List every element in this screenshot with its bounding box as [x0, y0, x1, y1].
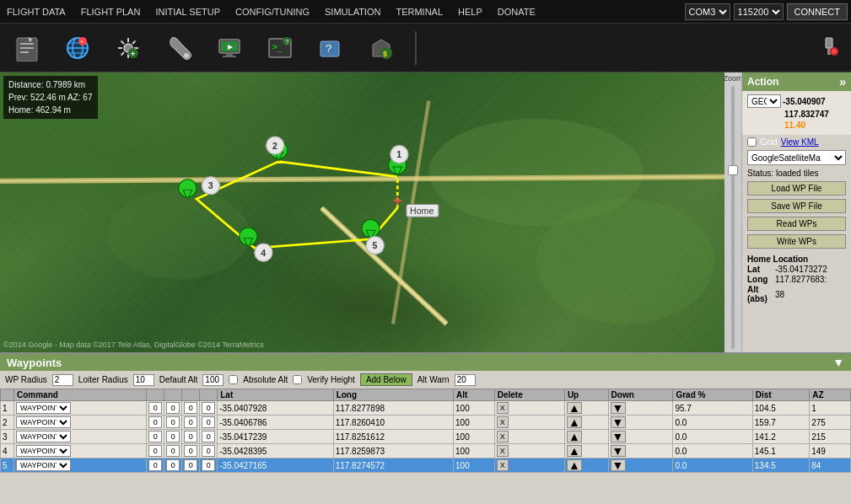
wp-p3-input[interactable] — [184, 402, 197, 414]
wp-command-select[interactable]: WAYPOINT — [16, 445, 71, 457]
wp-p4[interactable] — [200, 401, 218, 416]
wp-command-cell[interactable]: WAYPOINT — [14, 401, 147, 416]
wp-up-button[interactable]: ▲ — [567, 445, 582, 457]
com-port-select[interactable]: COM3 — [685, 3, 730, 20]
wp-up-cell[interactable]: ▲ — [564, 430, 608, 444]
wp-up-cell[interactable]: ▲ — [564, 416, 608, 430]
wp-p3[interactable] — [182, 430, 200, 444]
wp-delete-button[interactable]: X — [497, 431, 509, 442]
flight-plan-button[interactable]: + — [57, 31, 98, 65]
wp-delete-cell[interactable]: X — [494, 444, 564, 458]
wp-delete-button[interactable]: X — [497, 459, 509, 471]
wp-command-select[interactable]: WAYPOINT — [16, 431, 71, 442]
wp-down-button[interactable]: ▼ — [611, 416, 626, 428]
add-below-button[interactable]: Add Below — [360, 373, 412, 386]
wp-command-cell[interactable]: WAYPOINT — [14, 458, 147, 473]
wp-p2[interactable] — [164, 458, 182, 473]
wp-up-button[interactable]: ▲ — [567, 416, 582, 428]
wp-command-select[interactable]: WAYPOINT — [16, 402, 71, 414]
wp-up-button[interactable]: ▲ — [567, 459, 582, 471]
menu-simulation[interactable]: SIMULATION — [321, 5, 384, 19]
wp-p3-input[interactable] — [184, 416, 197, 428]
menu-help[interactable]: HELP — [455, 5, 486, 19]
wp-delete-cell[interactable]: X — [494, 401, 564, 416]
wp-p1-input[interactable] — [148, 431, 162, 442]
wp-up-cell[interactable]: ▲ — [564, 458, 608, 473]
wp-delete-button[interactable]: X — [497, 445, 509, 457]
save-wp-file-button[interactable]: Save WP File — [747, 199, 846, 213]
flight-data-button[interactable] — [7, 31, 47, 65]
wp-p2-input[interactable] — [166, 431, 180, 442]
wp-p1-input[interactable] — [148, 459, 162, 471]
view-kml-link[interactable]: View KML — [781, 137, 819, 147]
wp-down-cell[interactable]: ▼ — [608, 401, 673, 416]
wp-p3[interactable] — [182, 444, 200, 458]
alt-warn-input[interactable] — [455, 374, 476, 386]
zoom-slider[interactable] — [731, 83, 735, 352]
wp-p1-input[interactable] — [148, 402, 162, 414]
wp-up-button[interactable]: ▲ — [567, 402, 582, 414]
coord-type-select[interactable]: GEO — [747, 94, 781, 108]
wp-p2-input[interactable] — [166, 416, 180, 428]
wp-p4-input[interactable] — [202, 431, 215, 442]
wp-down-cell[interactable]: ▼ — [608, 430, 673, 444]
wp-p2[interactable] — [164, 416, 182, 430]
config-tuning-button[interactable] — [159, 31, 199, 65]
wp-p1[interactable] — [147, 444, 164, 458]
wp-down-button[interactable]: ▼ — [611, 459, 626, 471]
verify-height-checkbox[interactable] — [293, 375, 302, 384]
wp-command-select[interactable]: WAYPOINT — [16, 459, 71, 471]
wp-table-container[interactable]: Command Lat Long Alt Delete Up Down Grad… — [0, 389, 851, 504]
wp-p4-input[interactable] — [202, 445, 215, 457]
absolute-alt-checkbox[interactable] — [229, 375, 238, 384]
menu-flight-plan[interactable]: FLIGHT PLAN — [78, 5, 144, 19]
wp-command-select[interactable]: WAYPOINT — [16, 416, 71, 428]
write-wps-button[interactable]: Write WPs — [747, 234, 846, 249]
wp-p1[interactable] — [147, 416, 164, 430]
load-wp-file-button[interactable]: Load WP File — [747, 181, 846, 196]
wp-radius-input[interactable] — [52, 374, 73, 386]
wp-p4-input[interactable] — [202, 459, 215, 471]
donate-button[interactable]: $ — [361, 31, 401, 65]
menu-terminal[interactable]: TERMINAL — [392, 5, 446, 19]
wp-up-button[interactable]: ▲ — [567, 431, 582, 442]
wp-p2[interactable] — [164, 401, 182, 416]
zoom-thumb[interactable] — [728, 165, 738, 175]
wp-p4-input[interactable] — [202, 416, 215, 428]
terminal-button[interactable]: >_ ? — [260, 31, 300, 65]
wp-down-cell[interactable]: ▼ — [608, 444, 673, 458]
wp-delete-button[interactable]: X — [497, 416, 509, 428]
wp-p4[interactable] — [200, 458, 218, 473]
map-container[interactable]: Distance: 0.7989 km Prev: 522.46 m AZ: 6… — [0, 72, 741, 352]
wp-p2-input[interactable] — [166, 459, 180, 471]
wp-p2[interactable] — [164, 444, 182, 458]
help-button[interactable]: ? — [310, 31, 351, 65]
grid-checkbox[interactable] — [747, 137, 757, 147]
menu-initial-setup[interactable]: INITIAL SETUP — [152, 5, 224, 19]
default-alt-input[interactable] — [202, 374, 224, 386]
map-type-select[interactable]: GoogleSatelliteMa — [747, 150, 846, 165]
wp-p3-input[interactable] — [184, 459, 197, 471]
wp-p3[interactable] — [182, 401, 200, 416]
wp-p3-input[interactable] — [184, 445, 197, 457]
wp-down-cell[interactable]: ▼ — [608, 458, 673, 473]
wp-up-cell[interactable]: ▲ — [564, 444, 608, 458]
wp-p1[interactable] — [147, 458, 164, 473]
wp-up-cell[interactable]: ▲ — [564, 401, 608, 416]
wp-p2-input[interactable] — [166, 445, 180, 457]
wp-p1[interactable] — [147, 401, 164, 416]
wp-down-button[interactable]: ▼ — [611, 402, 626, 414]
wp-p1[interactable] — [147, 430, 164, 444]
wp-p4-input[interactable] — [202, 402, 215, 414]
loiter-radius-input[interactable] — [133, 374, 154, 386]
wp-p3-input[interactable] — [184, 431, 197, 442]
wp-delete-cell[interactable]: X — [494, 416, 564, 430]
read-wps-button[interactable]: Read WPs — [747, 217, 846, 231]
menu-config-tuning[interactable]: CONFIG/TUNING — [232, 5, 313, 19]
wp-p4[interactable] — [200, 416, 218, 430]
wp-delete-cell[interactable]: X — [494, 458, 564, 473]
action-expand-button[interactable]: » — [839, 75, 846, 88]
wp-p2-input[interactable] — [166, 402, 180, 414]
wp-p1-input[interactable] — [148, 416, 162, 428]
zoom-track[interactable] — [731, 86, 735, 349]
